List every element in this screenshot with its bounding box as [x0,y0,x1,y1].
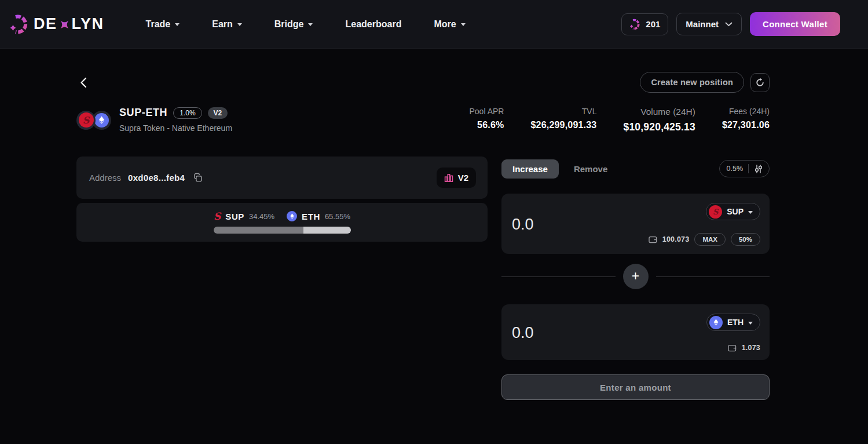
refresh-button[interactable] [750,73,770,92]
create-new-position-button[interactable]: Create new position [640,72,744,93]
bar-chart-icon [444,173,453,183]
address-value: 0xd0e8...feb4 [128,173,185,183]
enter-amount-button[interactable]: Enter an amount [501,374,770,400]
plus-icon[interactable]: + [623,264,649,289]
chevron-down-icon [175,23,180,26]
sup-composition: S SUP 34.45% [214,212,274,221]
address-label: Address [89,173,121,183]
position-toolbar: Create new position [640,72,770,93]
sup-token-mark-icon: S [214,212,221,221]
tab-remove[interactable]: Remove [570,163,611,174]
sup-balance: 100.073 [662,235,690,243]
pool-pair-name: SUP-ETH [119,107,167,119]
sup-amount-card: S SUP 100.073 MAX 50% [501,194,770,254]
chevron-down-icon [748,211,753,214]
stat-pool-apr: Pool APR 56.6% [470,107,504,130]
pool-composition-card: S SUP 34.45% ETH 65.55% [76,203,488,242]
eth-amount-card: ETH 1.073 [501,304,770,360]
analytics-version-label: V2 [458,173,468,183]
tab-increase[interactable]: Increase [501,159,559,179]
chevron-down-icon [461,23,466,26]
chevron-down-icon [237,23,242,26]
dexlyn-logo[interactable]: DE LYN [9,13,104,35]
wallet-icon [728,344,737,352]
chevron-down-icon [725,22,733,27]
sliders-settings-icon [754,164,763,174]
pool-version-badge: V2 [208,107,228,119]
slippage-settings[interactable]: 0.5% [719,160,770,177]
nav-leaderboard[interactable]: Leaderboard [345,19,401,30]
analytics-v2-chip[interactable]: V2 [437,168,476,188]
ratio-bar-left [214,227,303,234]
header-actions: 201 Mainnet Connect Wallet [621,12,840,36]
liquidity-panel: Increase Remove 0.5% [501,157,770,400]
pool-address-card: Address 0xd0e8...feb4 [76,157,488,199]
add-pair-divider: + [501,264,770,289]
gas-counter-value: 201 [646,19,660,29]
fee-tier-badge: 1.0% [173,107,202,119]
network-selector[interactable]: Mainnet [676,13,742,35]
dexlyn-logo-icon [9,13,29,35]
sup-token-icon: S [76,111,96,130]
eth-token-icon [709,316,723,329]
ratio-bar-right [303,227,351,234]
brand-x-star-icon [57,17,72,31]
pool-header: S SUP-ETH 1.0% V2 Supra Token - Native E… [76,107,232,133]
network-name: Mainnet [686,19,719,29]
slippage-value: 0.5% [727,165,744,173]
wallet-icon [649,236,657,243]
sup-token-selector[interactable]: S SUP [706,203,760,220]
nav-earn[interactable]: Earn [212,19,242,30]
pool-subtitle: Supra Token - Native Ethereum [119,123,232,133]
eth-balance: 1.073 [742,344,760,352]
stat-fees-24h: Fees (24H) $27,301.06 [722,107,770,130]
eth-composition: ETH 65.55% [287,211,350,221]
top-nav-bar: DE LYN Trade Earn B [0,0,868,49]
connect-wallet-button[interactable]: Connect Wallet [750,12,840,36]
sup-token-icon: S [709,205,722,219]
half-button[interactable]: 50% [731,233,760,246]
nav-more[interactable]: More [434,19,465,30]
eth-token-mark-icon [287,211,297,221]
eth-amount-input[interactable] [512,324,633,342]
pool-stats: Pool APR 56.6% TVL $26,299,091.33 Volume… [470,107,770,133]
nav-trade[interactable]: Trade [146,19,180,30]
copy-address-button[interactable] [192,172,204,184]
pair-token-icons: S [76,107,111,133]
brand-name: DE LYN [34,15,104,33]
gas-counter-badge[interactable]: 201 [621,13,668,35]
nav-bridge[interactable]: Bridge [274,19,313,30]
eth-token-selector[interactable]: ETH [706,314,760,331]
max-button[interactable]: MAX [694,233,726,246]
sup-amount-input[interactable] [512,216,633,234]
dexlyn-mini-logo-icon [629,18,640,31]
stat-volume-24h: Volume (24H) $10,920,425.13 [623,107,695,133]
chevron-down-icon [748,322,753,325]
back-button[interactable] [76,76,90,89]
main-nav: Trade Earn Bridge Leaderboard More [146,19,466,30]
pool-detail-page: Create new position S SUP-ET [0,49,868,400]
composition-ratio-bar [214,227,351,234]
stat-tvl: TVL $26,299,091.33 [530,107,596,130]
chevron-down-icon [308,23,313,26]
